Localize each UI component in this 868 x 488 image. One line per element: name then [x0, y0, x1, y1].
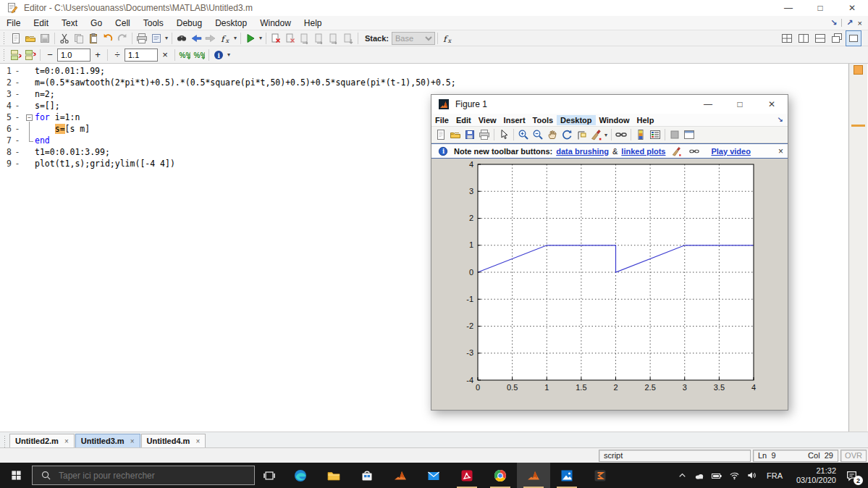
linked-plots-link[interactable]: linked plots: [621, 147, 665, 156]
menu-item-window[interactable]: Window: [253, 17, 298, 30]
wifi-icon[interactable]: [726, 463, 742, 488]
insert-colorbar-icon[interactable]: [633, 127, 648, 142]
menu-item-edit[interactable]: Edit: [452, 115, 475, 125]
layout-grid-icon[interactable]: [780, 31, 794, 46]
step-icon[interactable]: [298, 31, 312, 46]
menu-item-file[interactable]: File: [431, 115, 452, 125]
menu-item-window[interactable]: Window: [596, 115, 633, 125]
photos-taskbar-button[interactable]: [550, 463, 583, 488]
acrobat-taskbar-button[interactable]: [450, 463, 484, 488]
step-out-icon[interactable]: [326, 31, 341, 46]
redo-icon[interactable]: [115, 31, 130, 46]
increase-button[interactable]: +: [90, 48, 105, 62]
tab-untitled3-m[interactable]: Untitled3.m×: [75, 434, 140, 447]
step-in-icon[interactable]: [312, 31, 326, 46]
menu-item-help[interactable]: Help: [633, 115, 658, 125]
print-icon[interactable]: [135, 31, 149, 46]
evaluate-cell-icon[interactable]: %%: [177, 48, 192, 62]
evaluate-cell-advance-icon[interactable]: %%: [192, 48, 206, 62]
paste-icon[interactable]: [86, 31, 101, 46]
tray-expand-icon[interactable]: [674, 463, 690, 488]
toolbar-grip[interactable]: [3, 49, 6, 61]
layout-single-icon[interactable]: [846, 31, 861, 46]
tab-untitled2-m[interactable]: Untitled2.m×: [9, 434, 75, 447]
tab-close-icon[interactable]: ×: [130, 437, 135, 445]
figure-new-icon[interactable]: [434, 127, 448, 142]
volume-icon[interactable]: [743, 463, 759, 488]
save-icon[interactable]: [38, 31, 52, 46]
pan-icon[interactable]: [545, 127, 560, 142]
battery-icon[interactable]: [709, 463, 725, 488]
menu-item-insert[interactable]: Insert: [500, 115, 529, 125]
toolbar-grip[interactable]: [3, 33, 6, 44]
close-button[interactable]: ✕: [836, 0, 868, 16]
dropdown-icon[interactable]: ▾: [232, 35, 238, 41]
layout-columns-icon[interactable]: [796, 31, 811, 46]
play-video-link[interactable]: Play video: [711, 147, 750, 156]
fx-icon[interactable]: fx: [440, 31, 455, 46]
value-field-2[interactable]: [125, 49, 158, 62]
taskbar-search[interactable]: [32, 466, 255, 485]
dropdown-icon[interactable]: ▾: [226, 51, 232, 58]
menu-item-text[interactable]: Text: [55, 17, 84, 30]
edge-taskbar-button[interactable]: [284, 463, 317, 488]
value-field-1[interactable]: [57, 49, 90, 62]
pdfxchange-taskbar-button[interactable]: [583, 463, 617, 488]
figure-maximize-button[interactable]: □: [724, 95, 756, 114]
start-button[interactable]: [0, 463, 32, 488]
warning-marker[interactable]: [851, 125, 865, 127]
menu-item-desktop[interactable]: Desktop: [208, 17, 253, 30]
menu-item-desktop[interactable]: Desktop: [557, 115, 595, 125]
forward-icon[interactable]: [203, 31, 218, 46]
code-fold-toggle[interactable]: −: [26, 114, 33, 121]
cut-icon[interactable]: [57, 31, 72, 46]
tabbar-grip[interactable]: [4, 436, 7, 447]
dropdown-icon[interactable]: ▾: [164, 35, 169, 41]
menu-item-tools[interactable]: Tools: [529, 115, 557, 125]
divide-button[interactable]: ÷: [110, 48, 125, 62]
continue-icon[interactable]: [341, 31, 355, 46]
insert-legend-icon[interactable]: [648, 127, 662, 142]
menu-item-cell[interactable]: Cell: [109, 17, 137, 30]
layout-cascade-icon[interactable]: [830, 31, 844, 46]
layout-rows-icon[interactable]: [813, 31, 827, 46]
matlab-taskbar-button[interactable]: [517, 463, 550, 488]
clear-breakpoints-icon[interactable]: [283, 31, 298, 46]
matlab-taskbar-button[interactable]: [384, 463, 417, 488]
multiply-button[interactable]: ×: [158, 48, 172, 62]
menu-item-view[interactable]: View: [475, 115, 500, 125]
cell-mode-info-icon[interactable]: i: [211, 48, 226, 62]
figure-close-button[interactable]: ✕: [756, 95, 788, 114]
code-line-1[interactable]: t=0:0.01:1.99;: [35, 66, 840, 77]
figure-minimize-button[interactable]: —: [692, 95, 724, 114]
run-icon[interactable]: [243, 31, 258, 46]
stack-select[interactable]: Base: [392, 32, 435, 45]
figure-window[interactable]: Figure 1 — □ ✕ FileEditViewInsertToolsDe…: [431, 94, 788, 411]
dock-down-icon[interactable]: ↘: [830, 18, 837, 28]
decrease-button[interactable]: −: [43, 48, 57, 62]
tab-untitled4-m[interactable]: Untitled4.m×: [141, 434, 206, 447]
dropdown-icon[interactable]: ▾: [603, 132, 609, 138]
open-file-icon[interactable]: [23, 31, 38, 46]
menu-item-tools[interactable]: Tools: [137, 17, 170, 30]
undo-icon[interactable]: [101, 31, 115, 46]
axes-plot[interactable]: 00.511.522.533.54-4-3-2-101234: [431, 159, 788, 410]
set-breakpoint-icon[interactable]: [269, 31, 283, 46]
chrome-taskbar-button[interactable]: [484, 463, 517, 488]
figure-print-icon[interactable]: [477, 127, 492, 142]
publish-icon[interactable]: [149, 31, 164, 46]
info-bar-close-icon[interactable]: ×: [778, 146, 783, 156]
link-plots-icon[interactable]: [614, 127, 628, 142]
mail-taskbar-button[interactable]: [417, 463, 450, 488]
tab-close-icon[interactable]: ×: [195, 437, 200, 445]
maximize-button[interactable]: □: [804, 0, 836, 16]
back-icon[interactable]: [189, 31, 203, 46]
search-input[interactable]: [59, 471, 232, 481]
function-hints-icon[interactable]: fx: [218, 31, 232, 46]
brush-data-icon[interactable]: [589, 127, 603, 142]
code-line-2[interactable]: m=(0.5*sawtooth(2*pi*t)+0.5).*(0.5*squar…: [35, 77, 840, 89]
data-cursor-icon[interactable]: [574, 127, 589, 142]
show-plot-tools-icon[interactable]: [682, 127, 696, 142]
find-icon[interactable]: [174, 31, 189, 46]
insert-cell-above-icon[interactable]: [9, 48, 23, 62]
